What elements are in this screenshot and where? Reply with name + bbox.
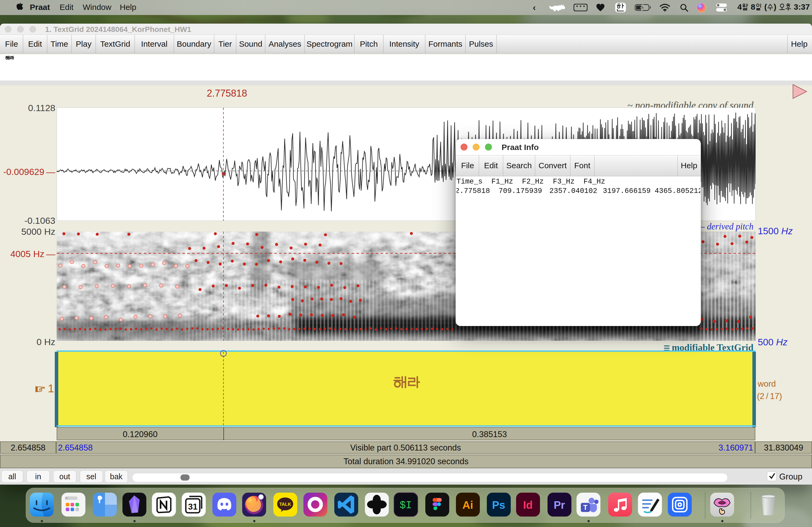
svg-text:TALK: TALK xyxy=(279,502,291,507)
svg-text:Pr: Pr xyxy=(554,499,565,511)
svg-text:31: 31 xyxy=(188,502,198,511)
svg-text:Ai: Ai xyxy=(462,499,473,511)
svg-text:T: T xyxy=(583,503,588,511)
svg-text:Id: Id xyxy=(523,499,533,511)
svg-text:Ps: Ps xyxy=(492,499,505,511)
svg-text:$I: $I xyxy=(400,500,412,511)
